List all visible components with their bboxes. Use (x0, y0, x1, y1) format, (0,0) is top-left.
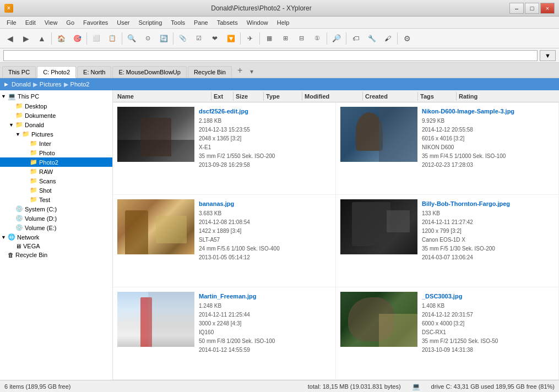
col-header-size[interactable]: Size (234, 92, 264, 101)
send-button[interactable]: ✈ (242, 31, 258, 46)
bc-arrow: ▶ (4, 81, 8, 87)
col-header-tags[interactable]: Tags (418, 92, 457, 101)
refresh-target-button[interactable]: 🎯 (69, 31, 85, 46)
menu-go[interactable]: Go (62, 18, 79, 27)
heart-button[interactable]: ❤ (207, 31, 222, 46)
file-item-3[interactable]: bananas.jpg 3.683 KB 2014-12-08 21:08:54… (113, 195, 336, 287)
tab-mousedown[interactable]: E: MouseDownBlowUp (112, 66, 187, 78)
close-button[interactable]: × (540, 3, 555, 14)
main-area: ▼ 💻 This PC 📁 Desktop 📁 Dokumente ▼ 📁 Do… (0, 90, 559, 380)
tree-item-test[interactable]: 📁 Test (0, 195, 112, 204)
menu-edit[interactable]: Edit (21, 18, 40, 27)
thumb-4 (340, 199, 417, 254)
thispc-expand[interactable]: ▼ (1, 94, 8, 99)
col-header-name[interactable]: Name (115, 92, 211, 101)
tree-item-recyclebin[interactable]: 🗑 Recycle Bin (0, 251, 112, 259)
file-item-2[interactable]: Nikon-D600-Image-Sample-3.jpg 9.929 KB 2… (336, 102, 559, 195)
col-header-ext[interactable]: Ext (211, 92, 234, 101)
pictures-expand[interactable]: ▼ (15, 132, 22, 137)
tree-item-scans[interactable]: 📁 Scans (0, 176, 112, 186)
tree-item-thispc[interactable]: ▼ 💻 This PC (0, 91, 112, 101)
col-header-type[interactable]: Type (264, 92, 302, 101)
tree-item-raw[interactable]: 📁 RAW (0, 167, 112, 176)
donald-expand[interactable]: ▼ (9, 122, 15, 128)
file-item-6[interactable]: _DSC3003.jpg 1.408 KB 2014-12-12 20:31:5… (336, 287, 559, 380)
forward-button[interactable]: ▶ (18, 31, 34, 46)
tab-dropdown-button[interactable]: ▾ (247, 67, 257, 77)
menu-view[interactable]: View (40, 18, 62, 27)
bc-pictures[interactable]: Pictures (40, 81, 62, 88)
file-name-3: bananas.jpg (199, 199, 331, 209)
file-info-6: _DSC3003.jpg 1.408 KB 2014-12-12 20:31:5… (422, 292, 554, 355)
copy-button[interactable]: ⬜ (89, 31, 104, 46)
settings-button[interactable]: ⚙ (399, 31, 415, 46)
col-header-created[interactable]: Created (363, 92, 418, 101)
desktop-icon: 📁 (15, 102, 23, 110)
toolbar-separator-5 (240, 32, 241, 45)
network-expand[interactable]: ▼ (1, 235, 8, 240)
menu-window[interactable]: Window (242, 18, 273, 27)
address-input[interactable]: Donald\Pictures\Photo2 (3, 50, 538, 61)
menu-help[interactable]: Help (273, 18, 294, 27)
col-header-rating[interactable]: Rating (457, 92, 490, 101)
filter-button[interactable]: 🔄 (156, 31, 171, 46)
checkmark-button[interactable]: ☑ (191, 31, 207, 46)
file-date3-2: 2012-02-23 17:28:03 (422, 161, 554, 170)
back-button[interactable]: ◀ (2, 31, 18, 46)
filter2-button[interactable]: 🔽 (223, 31, 238, 46)
file-name-2: Nikon-D600-Image-Sample-3.jpg (422, 107, 554, 117)
zoom-button[interactable]: 🔎 (329, 31, 344, 46)
tree-item-pictures[interactable]: ▼ 📁 Pictures (0, 129, 112, 139)
tree-item-photo[interactable]: 📁 Photo (0, 148, 112, 157)
file-date2-1: 2048 x 1365 [3:2] (199, 134, 331, 143)
menu-tabsets[interactable]: Tabsets (213, 18, 242, 27)
tree-item-inter[interactable]: 📁 Inter (0, 139, 112, 148)
menu-file[interactable]: File (2, 18, 21, 27)
tab-add-button[interactable]: + (233, 64, 247, 77)
wrench-button[interactable]: 🔧 (364, 31, 379, 46)
home-button[interactable]: 🏠 (53, 31, 69, 46)
paint-button[interactable]: 🖌 (380, 31, 395, 46)
tree-item-volumee[interactable]: 💿 Volume (E:) (0, 223, 112, 232)
layout-button[interactable]: ⊞ (278, 31, 293, 46)
tree-item-volumed[interactable]: 💿 Volume (D:) (0, 214, 112, 223)
grid-button[interactable]: ▦ (262, 31, 277, 46)
view-button[interactable]: ⊟ (294, 31, 309, 46)
tree-item-vega[interactable]: 🖥 VEGA (0, 242, 112, 251)
tree-item-donald[interactable]: ▼ 📁 Donald (0, 120, 112, 129)
tab-thispc[interactable]: This PC (2, 66, 36, 78)
tree-item-photo2[interactable]: 📁 Photo2 (0, 157, 112, 167)
minimize-button[interactable]: – (509, 3, 524, 14)
tag-button[interactable]: 🏷 (348, 31, 363, 46)
tree-item-network[interactable]: ▼ 🌐 Network (0, 232, 112, 242)
tab-recyclebin[interactable]: Recycle Bin (188, 66, 232, 78)
tree-item-dokumente[interactable]: 📁 Dokumente (0, 111, 112, 120)
up-button[interactable]: ▲ (34, 31, 50, 46)
menu-scripting[interactable]: Scripting (134, 18, 167, 27)
menu-favorites[interactable]: Favorites (79, 18, 112, 27)
menu-tools[interactable]: Tools (166, 18, 189, 27)
address-go-button[interactable]: ▼ (540, 50, 556, 61)
shot-label: Shot (39, 187, 52, 194)
bc-donald[interactable]: Donald (12, 81, 31, 88)
bc-photo2[interactable]: Photo2 (70, 81, 90, 88)
paste-button[interactable]: 📋 (105, 31, 120, 46)
file-item-5[interactable]: Martin_Freeman.jpg 1.248 KB 2014-12-11 2… (113, 287, 336, 380)
menu-user[interactable]: User (112, 18, 134, 27)
num-button[interactable]: ① (310, 31, 325, 46)
tree-item-systemc[interactable]: 💿 System (C:) (0, 204, 112, 214)
menu-pane[interactable]: Pane (189, 18, 213, 27)
tab-photo2[interactable]: C: Photo2 (37, 66, 76, 78)
tree-item-desktop[interactable]: 📁 Desktop (0, 101, 112, 111)
systemc-label: System (C:) (25, 206, 57, 213)
copy-files-button[interactable]: 📎 (175, 31, 191, 46)
file-item-1[interactable]: dscf2526-edit.jpg 2.188 KB 2014-12-13 15… (113, 102, 336, 195)
search2-button[interactable]: ⊙ (140, 31, 155, 46)
toolbar-separator-9 (397, 32, 398, 45)
maximize-button[interactable]: □ (525, 3, 539, 14)
tree-item-shot[interactable]: 📁 Shot (0, 186, 112, 195)
search-button[interactable]: 🔍 (124, 31, 139, 46)
tab-north[interactable]: E: North (77, 66, 111, 78)
col-header-modified[interactable]: Modified (302, 92, 363, 101)
file-item-4[interactable]: Billy-Bob-Thornton-Fargo.jpeg 133 KB 201… (336, 195, 559, 287)
